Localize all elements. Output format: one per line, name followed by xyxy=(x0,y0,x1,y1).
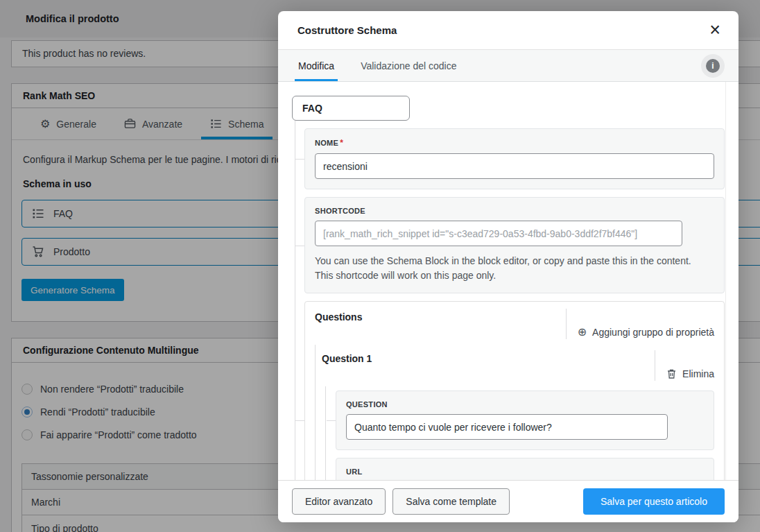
required-asterisk: * xyxy=(340,138,343,148)
save-for-post-button[interactable]: Salva per questo articolo xyxy=(583,488,725,515)
question-group-title: Question 1 xyxy=(322,353,714,364)
shortcode-input[interactable] xyxy=(315,221,682,246)
nome-input[interactable] xyxy=(315,153,714,179)
save-as-template-button[interactable]: Salva come template xyxy=(392,488,510,515)
url-field-panel: URL xyxy=(336,458,714,480)
nome-label-text: NOME xyxy=(315,139,338,147)
question-field-panel: QUESTION xyxy=(336,391,714,450)
advanced-editor-button[interactable]: Editor avanzato xyxy=(292,488,386,515)
question-group: Question 1 Elimina xyxy=(315,345,714,480)
shortcode-field-panel: SHORTCODE You can use the Schema Block i… xyxy=(304,197,725,293)
schema-type-chip[interactable]: FAQ xyxy=(292,96,410,121)
shortcode-label: SHORTCODE xyxy=(315,207,714,215)
tab-validazione[interactable]: Validazione del codice xyxy=(357,50,460,81)
modal-body: FAQ NOME* SHORTCODE You can use the Sche… xyxy=(278,82,739,480)
question-group-actions: Elimina xyxy=(322,364,714,386)
questions-actions: ⊕ Aggiungi gruppo di proprietà xyxy=(315,323,714,345)
modal-tabs: Modifica Validazione del codice i xyxy=(278,50,739,82)
info-icon: i xyxy=(706,59,720,73)
modal-header: Costruttore Schema × xyxy=(278,11,739,50)
add-property-group-label: Aggiungi gruppo di proprietà xyxy=(592,327,714,338)
questions-title: Questions xyxy=(315,311,714,323)
delete-question-label: Elimina xyxy=(682,368,714,379)
info-button[interactable]: i xyxy=(701,54,725,78)
nome-field-panel: NOME* xyxy=(304,128,725,189)
tab-modifica[interactable]: Modifica xyxy=(295,50,338,81)
url-label: URL xyxy=(346,467,704,476)
questions-panel: Questions ⊕ Aggiungi gruppo di proprietà… xyxy=(304,301,725,480)
add-property-group-button[interactable]: ⊕ Aggiungi gruppo di proprietà xyxy=(566,327,714,338)
plus-circle-icon: ⊕ xyxy=(578,327,587,338)
schema-builder-modal: Costruttore Schema × Modifica Validazion… xyxy=(278,11,739,522)
trash-icon xyxy=(666,368,677,379)
shortcode-help-text: You can use the Schema Block in the bloc… xyxy=(315,254,693,283)
schema-tree: NOME* SHORTCODE You can use the Schema B… xyxy=(295,121,725,480)
question-input[interactable] xyxy=(346,414,668,440)
question-label: QUESTION xyxy=(346,400,704,409)
modal-footer: Editor avanzato Salva come template Salv… xyxy=(278,480,739,522)
nome-label: NOME* xyxy=(315,138,714,148)
question-fields: QUESTION URL xyxy=(325,386,714,480)
modal-title: Costruttore Schema xyxy=(297,24,397,36)
close-icon[interactable]: × xyxy=(707,21,723,40)
delete-question-button[interactable]: Elimina xyxy=(655,368,714,379)
